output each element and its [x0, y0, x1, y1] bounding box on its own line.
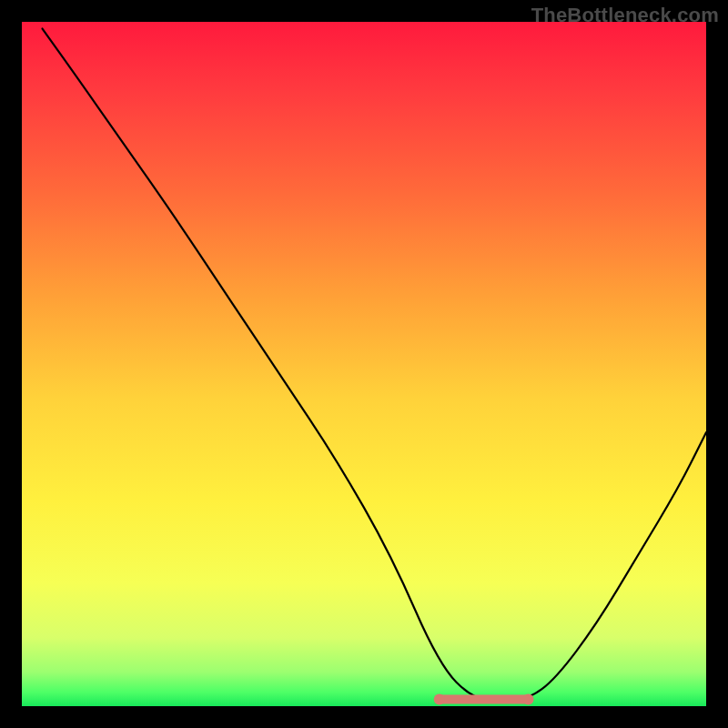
valley-dot-left: [434, 693, 445, 704]
chart-frame: TheBottleneck.com: [0, 0, 728, 728]
chart-plot-area: [22, 22, 706, 706]
valley-dot-right: [522, 693, 533, 704]
watermark-label: TheBottleneck.com: [531, 4, 719, 27]
curve-path: [43, 29, 706, 700]
bottleneck-curve: [22, 22, 706, 706]
